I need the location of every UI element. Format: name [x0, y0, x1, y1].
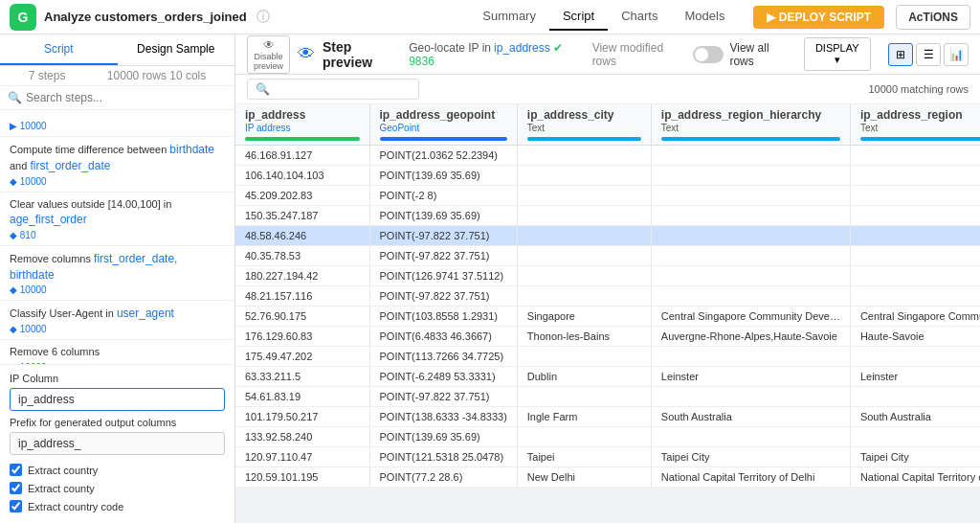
tab-design-sample[interactable]: Design Sample	[118, 34, 235, 65]
view-modified-toggle[interactable]	[693, 46, 724, 63]
search-table-icon: 🔍	[256, 82, 270, 96]
col-type-hierarchy: Text	[661, 122, 840, 134]
table-cell	[850, 166, 980, 186]
extract-county-checkbox[interactable]	[10, 482, 22, 494]
table-cell: POINT(77.2 28.6)	[369, 467, 517, 488]
deploy-script-button[interactable]: ▶ DEPLOY SCRIPT	[753, 6, 884, 29]
col-header-hierarchy[interactable]: ip_address_region_hierarchy Text	[651, 104, 850, 146]
ip-column-label: IP Column	[10, 373, 225, 384]
table-cell: 133.92.58.240	[235, 427, 369, 447]
info-icon: ⓘ	[256, 9, 270, 26]
table-cell: 54.61.83.19	[235, 387, 369, 407]
list-item[interactable]: Remove columns first_order_date, birthda…	[0, 246, 234, 302]
step-text: Compute time difference between birthdat…	[10, 142, 225, 174]
table-cell	[651, 427, 850, 447]
table-search-bar: 🔍	[247, 79, 419, 100]
list-item[interactable]: Clear values outside [14.00,100] in age_…	[0, 193, 234, 246]
preview-icon: 👁	[298, 44, 315, 64]
display-button[interactable]: DISPLAY ▾	[804, 37, 872, 71]
disable-preview-button[interactable]: 👁 Disablepreview	[247, 35, 290, 74]
extract-country-checkbox[interactable]	[10, 464, 22, 476]
extract-country-code-checkbox[interactable]	[10, 500, 22, 512]
col-header-geopoint[interactable]: ip_address_geopoint GeoPoint	[369, 104, 517, 146]
toggle-label: View modified rows	[592, 41, 687, 68]
table-cell: 176.129.60.83	[235, 327, 369, 347]
table-cell: POINT(-2 8)	[369, 186, 517, 206]
col-header-region[interactable]: ip_address_region Text	[850, 104, 980, 146]
table-cell: 106.140.104.103	[235, 166, 369, 186]
table-row[interactable]: 52.76.90.175POINT(103.8558 1.2931)Singap…	[235, 307, 980, 327]
table-row[interactable]: 180.227.194.42POINT(126.9741 37.5112)	[235, 266, 980, 286]
step-text: Classify User-Agent in user_agent	[10, 306, 225, 322]
extract-country-code-label: Extract country code	[28, 501, 123, 512]
col-header-city[interactable]: ip_address_city Text	[517, 104, 651, 146]
table-wrapper[interactable]: ip_address IP address ip_address_geopoin…	[235, 104, 980, 522]
table-cell	[850, 146, 980, 166]
ip-section: IP Column Prefix for generated output co…	[0, 364, 234, 523]
table-cell	[850, 266, 980, 286]
list-item[interactable]: Remove 6 columns ◆ 10000	[0, 340, 234, 364]
grid-view-button[interactable]: ⊞	[888, 43, 913, 66]
list-item[interactable]: Compute time difference between birthdat…	[0, 137, 234, 193]
table-cell	[850, 387, 980, 407]
table-cell: POINT(-97.822 37.751)	[369, 387, 517, 407]
table-row[interactable]: 133.92.58.240POINT(139.69 35.69)	[235, 427, 980, 447]
table-cell	[517, 146, 651, 166]
col-type-city: Text	[527, 122, 641, 134]
list-view-button[interactable]: ☰	[916, 43, 941, 66]
tab-script[interactable]: Script	[0, 34, 118, 65]
table-cell: POINT(138.6333 -34.8333)	[369, 407, 517, 427]
table-row[interactable]: 150.35.247.187POINT(139.69 35.69)	[235, 206, 980, 226]
table-cell: POINT(21.0362 52.2394)	[369, 146, 517, 166]
sidebar-steps: ▶ 10000 Compute time difference between …	[0, 110, 234, 364]
extract-county-row: Extract county	[10, 479, 225, 497]
list-item[interactable]: ▶ 10000	[0, 114, 234, 137]
table-row[interactable]: 176.129.60.83POINT(6.4833 46.3667)Thonon…	[235, 327, 980, 347]
chart-view-button[interactable]: 📊	[944, 43, 969, 66]
table-cell: POINT(139.69 35.69)	[369, 206, 517, 226]
col-header-ip-address[interactable]: ip_address IP address	[235, 104, 369, 146]
table-cell: POINT(-97.822 37.751)	[369, 246, 517, 266]
table-row[interactable]: 40.35.78.53POINT(-97.822 37.751)	[235, 246, 980, 266]
table-cell	[850, 286, 980, 307]
table-cell	[517, 186, 651, 206]
prefix-input[interactable]	[10, 432, 225, 455]
content-area: 👁 Disablepreview 👁 Step preview Geo-loca…	[235, 34, 980, 523]
nav-charts[interactable]: Charts	[608, 3, 671, 31]
table-cell	[651, 226, 850, 246]
view-all-label: View all rows	[729, 41, 793, 68]
table-cell	[651, 206, 850, 226]
nav-script[interactable]: Script	[549, 3, 608, 31]
table-cell	[651, 387, 850, 407]
actions-button[interactable]: AcTiONS	[896, 5, 970, 30]
table-cell	[517, 427, 651, 447]
app-logo: G	[10, 4, 36, 31]
step-count: ▶ 10000	[10, 121, 225, 131]
table-row[interactable]: 48.58.46.246POINT(-97.822 37.751)	[235, 226, 980, 246]
table-cell: POINT(139.69 35.69)	[369, 427, 517, 447]
table-cell	[651, 146, 850, 166]
table-row[interactable]: 46.168.91.127POINT(21.0362 52.2394)	[235, 146, 980, 166]
ip-column-input[interactable]	[10, 388, 225, 411]
col-type-region: Text	[860, 122, 980, 134]
table-search-input[interactable]	[274, 83, 408, 95]
table-cell	[850, 186, 980, 206]
table-row[interactable]: 120.59.101.195POINT(77.2 28.6)New DelhiN…	[235, 467, 980, 488]
table-cell: 120.59.101.195	[235, 467, 369, 488]
table-row[interactable]: 54.61.83.19POINT(-97.822 37.751)	[235, 387, 980, 407]
table-cell	[850, 226, 980, 246]
table-row[interactable]: 106.140.104.103POINT(139.69 35.69)	[235, 166, 980, 186]
search-steps-input[interactable]	[26, 91, 227, 104]
table-row[interactable]: 101.179.50.217POINT(138.6333 -34.8333)In…	[235, 407, 980, 427]
table-row[interactable]: 48.21.157.116POINT(-97.822 37.751)	[235, 286, 980, 307]
nav-models[interactable]: Models	[671, 3, 738, 31]
nav-summary[interactable]: Summary	[469, 3, 549, 31]
prefix-label: Prefix for generated output columns	[10, 417, 225, 428]
list-item[interactable]: Classify User-Agent in user_agent ◆ 1000…	[0, 301, 234, 340]
table-row[interactable]: 63.33.211.5POINT(-6.2489 53.3331)DublinL…	[235, 367, 980, 387]
table-row[interactable]: 45.209.202.83POINT(-2 8)	[235, 186, 980, 206]
table-row[interactable]: 175.49.47.202POINT(113.7266 34.7725)	[235, 347, 980, 367]
table-cell: National Capital Territory of D…	[850, 467, 980, 488]
table-row[interactable]: 120.97.110.47POINT(121.5318 25.0478)Taip…	[235, 447, 980, 467]
table-cell: Taipei City	[850, 447, 980, 467]
